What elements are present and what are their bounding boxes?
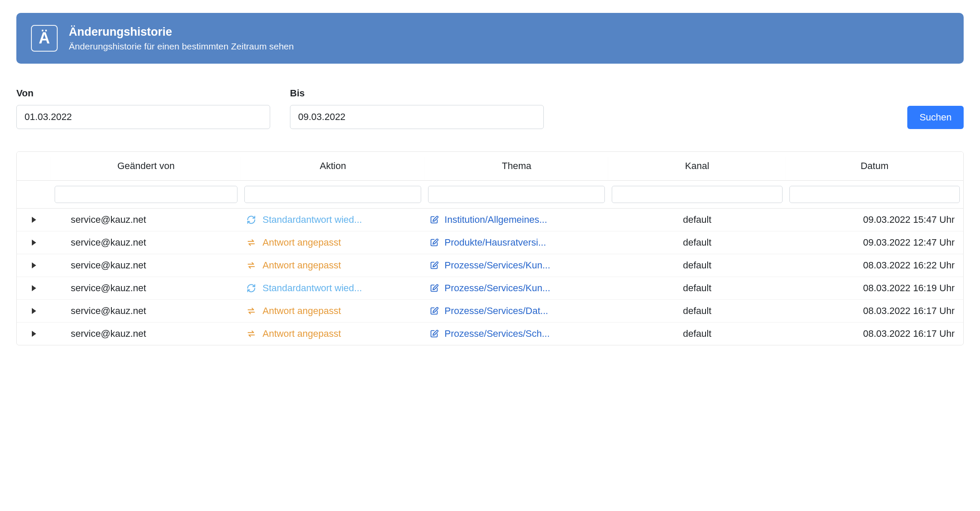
col-header-user[interactable]: Geändert von: [51, 152, 241, 181]
cell-date: 08.03.2022 16:22 Uhr: [786, 254, 963, 277]
edit-icon: [430, 329, 439, 339]
refresh-icon: [246, 215, 256, 225]
cell-user: service@kauz.net: [51, 254, 241, 277]
filter-date-input[interactable]: [789, 186, 960, 203]
expand-row-icon[interactable]: [32, 308, 36, 314]
filter-topic-input[interactable]: [428, 186, 605, 203]
col-header-action[interactable]: Aktion: [241, 152, 425, 181]
edit-icon: [430, 215, 439, 225]
table-header-row: Geändert von Aktion Thema Kanal Datum: [17, 152, 963, 181]
cell-channel: default: [608, 254, 786, 277]
action-link[interactable]: Antwort angepasst: [262, 237, 341, 248]
table-row: service@kauz.netAntwort angepasstProzess…: [17, 300, 963, 323]
cell-user: service@kauz.net: [51, 323, 241, 345]
filter-user-input[interactable]: [55, 186, 238, 203]
cell-date: 09.03.2022 12:47 Uhr: [786, 231, 963, 254]
to-date-label: Bis: [290, 88, 544, 99]
from-date-group: Von: [16, 88, 270, 129]
table-row: service@kauz.netAntwort angepasstProzess…: [17, 323, 963, 345]
cell-date: 08.03.2022 16:19 Uhr: [786, 277, 963, 300]
cell-date: 08.03.2022 16:17 Uhr: [786, 300, 963, 323]
table-row: service@kauz.netAntwort angepasstProdukt…: [17, 231, 963, 254]
edit-icon: [430, 283, 439, 293]
filter-action-input[interactable]: [244, 186, 421, 203]
page-title: Änderungshistorie: [69, 25, 294, 39]
action-link[interactable]: Standardantwort wied...: [262, 283, 362, 294]
swap-icon: [246, 329, 256, 339]
date-filter-row: Von Bis Suchen: [16, 88, 964, 129]
table-row: service@kauz.netAntwort angepasstProzess…: [17, 254, 963, 277]
to-date-input[interactable]: [290, 105, 544, 129]
table-row: service@kauz.netStandardantwort wied...I…: [17, 209, 963, 231]
edit-icon: [430, 261, 439, 270]
cell-channel: default: [608, 323, 786, 345]
cell-channel: default: [608, 300, 786, 323]
table-filter-row: [17, 181, 963, 209]
action-link[interactable]: Antwort angepasst: [262, 305, 341, 317]
col-header-channel[interactable]: Kanal: [608, 152, 786, 181]
topic-link[interactable]: Prozesse/Services/Sch...: [444, 328, 550, 339]
edit-icon: [430, 238, 439, 247]
swap-icon: [246, 306, 256, 316]
action-link[interactable]: Standardantwort wied...: [262, 214, 362, 225]
expand-row-icon[interactable]: [32, 331, 36, 337]
cell-channel: default: [608, 277, 786, 300]
action-link[interactable]: Antwort angepasst: [262, 260, 341, 271]
header-text: Änderungshistorie Änderungshistorie für …: [69, 25, 294, 52]
cell-user: service@kauz.net: [51, 300, 241, 323]
topic-link[interactable]: Institution/Allgemeines...: [444, 214, 547, 225]
cell-date: 09.03.2022 15:47 Uhr: [786, 209, 963, 231]
from-date-input[interactable]: [16, 105, 270, 129]
expand-row-icon[interactable]: [32, 217, 36, 223]
header-icon-letter: Ä: [39, 31, 50, 46]
search-button[interactable]: Suchen: [907, 106, 964, 129]
cell-user: service@kauz.net: [51, 231, 241, 254]
col-header-date[interactable]: Datum: [786, 152, 963, 181]
cell-date: 08.03.2022 16:17 Uhr: [786, 323, 963, 345]
topic-link[interactable]: Produkte/Hausratversi...: [444, 237, 546, 248]
col-header-topic[interactable]: Thema: [425, 152, 608, 181]
col-header-expand: [17, 152, 51, 181]
cell-channel: default: [608, 231, 786, 254]
topic-link[interactable]: Prozesse/Services/Dat...: [444, 305, 548, 317]
cell-user: service@kauz.net: [51, 209, 241, 231]
to-date-group: Bis: [290, 88, 544, 129]
cell-user: service@kauz.net: [51, 277, 241, 300]
refresh-icon: [246, 283, 256, 293]
from-date-label: Von: [16, 88, 270, 99]
header-icon: Ä: [31, 25, 58, 52]
topic-link[interactable]: Prozesse/Services/Kun...: [444, 260, 550, 271]
edit-icon: [430, 306, 439, 316]
swap-icon: [246, 237, 256, 248]
history-table: Geändert von Aktion Thema Kanal Datum se…: [16, 151, 964, 345]
table-row: service@kauz.netStandardantwort wied...P…: [17, 277, 963, 300]
expand-row-icon[interactable]: [32, 262, 36, 268]
expand-row-icon[interactable]: [32, 285, 36, 291]
page-subtitle: Änderungshistorie für einen bestimmten Z…: [69, 41, 294, 52]
expand-row-icon[interactable]: [32, 240, 36, 246]
page-header: Ä Änderungshistorie Änderungshistorie fü…: [16, 13, 964, 64]
filter-channel-input[interactable]: [612, 186, 782, 203]
topic-link[interactable]: Prozesse/Services/Kun...: [444, 283, 550, 294]
action-link[interactable]: Antwort angepasst: [262, 328, 341, 339]
cell-channel: default: [608, 209, 786, 231]
swap-icon: [246, 260, 256, 271]
